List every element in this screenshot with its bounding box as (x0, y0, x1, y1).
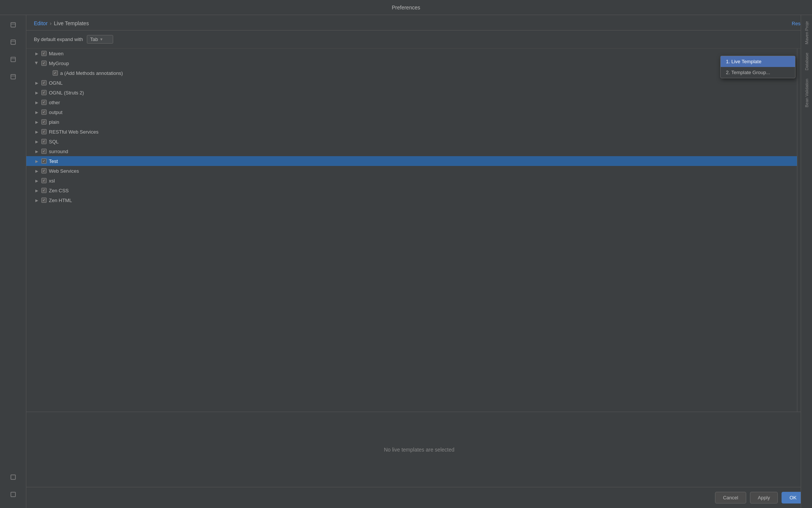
tree-label-restful: RESTful Web Services (49, 129, 98, 135)
svg-rect-6 (11, 75, 15, 79)
tree-item-zencss[interactable]: ▶Zen CSS (26, 186, 797, 195)
preferences-dialog: Editor › Live Templates Reset By default… (26, 15, 812, 508)
tree-arrow-ognl-struts2: ▶ (34, 90, 40, 96)
tree-label-mygroup: MyGroup (49, 61, 69, 66)
sidebar-icon-5[interactable] (7, 471, 19, 483)
title-bar: Preferences (0, 0, 812, 15)
breadcrumb-parent[interactable]: Editor (34, 20, 48, 26)
svg-rect-0 (11, 23, 15, 27)
tree-arrow-mygroup-a (45, 70, 51, 76)
tree-item-mygroup[interactable]: ▶MyGroup (26, 58, 797, 68)
tree-label-test: Test (49, 158, 58, 164)
apply-button[interactable]: Apply (750, 492, 778, 503)
checkbox-xsl[interactable] (41, 178, 47, 183)
edge-label-maven[interactable]: Maven Proje (804, 19, 809, 47)
checkbox-ognl-struts2[interactable] (41, 90, 47, 95)
checkbox-restful[interactable] (41, 129, 47, 134)
tree-item-other[interactable]: ▶other (26, 97, 797, 107)
checkbox-surround[interactable] (41, 149, 47, 154)
breadcrumb-separator: › (50, 20, 52, 26)
tree-item-xsl[interactable]: ▶xsl (26, 176, 797, 186)
tree-arrow-mygroup: ▶ (34, 60, 40, 66)
checkbox-zencss[interactable] (41, 188, 47, 193)
preferences-title: Preferences (392, 5, 420, 11)
svg-rect-4 (11, 57, 15, 62)
tree-arrow-surround: ▶ (34, 148, 40, 154)
checkbox-webservices[interactable] (41, 168, 47, 173)
tree-label-plain: plain (49, 119, 59, 125)
tree-label-zenhtml: Zen HTML (49, 198, 72, 203)
sidebar-icon-3[interactable] (7, 53, 19, 65)
tree-item-sql[interactable]: ▶SQL (26, 137, 797, 146)
tree-arrow-output: ▶ (34, 109, 40, 115)
footer: Cancel Apply OK (26, 487, 812, 508)
tree-arrow-other: ▶ (34, 99, 40, 105)
checkbox-mygroup-a[interactable] (53, 70, 58, 76)
sidebar-icon-1[interactable] (7, 19, 19, 31)
tree-item-mygroup-a[interactable]: a (Add Methods annotations) (26, 68, 797, 78)
dropdown-item-template-group[interactable]: 2. Template Group... (721, 67, 795, 78)
checkbox-plain[interactable] (41, 119, 47, 125)
left-sidebar (0, 15, 26, 508)
checkbox-zenhtml[interactable] (41, 198, 47, 203)
tree-arrow-sql: ▶ (34, 138, 40, 144)
svg-rect-8 (11, 475, 15, 479)
tree-label-output: output (49, 110, 62, 115)
tree-item-ognl[interactable]: ▶OGNL (26, 78, 797, 88)
tree-arrow-maven: ▶ (34, 50, 40, 56)
expand-chevron: ▼ (100, 37, 103, 41)
expand-row: By default expand with Tab ▼ (26, 30, 812, 49)
tree-arrow-webservices: ▶ (34, 168, 40, 174)
tree-label-other: other (49, 100, 60, 105)
checkbox-ognl[interactable] (41, 80, 47, 85)
empty-message: No live templates are selected (384, 447, 454, 453)
sidebar-icon-4[interactable] (7, 71, 19, 83)
right-edge: Maven Proje Database Bean Validation (801, 15, 812, 508)
tree-item-ognl-struts2[interactable]: ▶OGNL (Struts 2) (26, 88, 797, 97)
dropdown-popup: 1. Live Template2. Template Group... (720, 56, 795, 78)
tree-label-mygroup-a: a (Add Methods annotations) (60, 70, 123, 76)
tree-label-zencss: Zen CSS (49, 188, 69, 193)
sidebar-icon-6[interactable] (7, 488, 19, 500)
expand-value: Tab (90, 37, 98, 42)
tree-item-maven[interactable]: ▶Maven (26, 49, 797, 58)
checkbox-mygroup[interactable] (41, 61, 47, 66)
tree-arrow-zencss: ▶ (34, 187, 40, 193)
breadcrumb: Editor › Live Templates (34, 20, 89, 26)
tree-item-zenhtml[interactable]: ▶Zen HTML (26, 195, 797, 205)
tree-arrow-zenhtml: ▶ (34, 197, 40, 203)
edge-label-database[interactable]: Database (804, 50, 809, 73)
tree-arrow-plain: ▶ (34, 119, 40, 125)
tree-panel: ▶Maven▶MyGroupa (Add Methods annotations… (26, 49, 797, 412)
checkbox-sql[interactable] (41, 139, 47, 144)
tree-arrow-ognl: ▶ (34, 80, 40, 86)
dropdown-item-live-template[interactable]: 1. Live Template (721, 56, 795, 67)
expand-select[interactable]: Tab ▼ (87, 35, 113, 44)
tree-item-test[interactable]: ▶Test (26, 156, 797, 166)
tree-item-webservices[interactable]: ▶Web Services (26, 166, 797, 176)
checkbox-maven[interactable] (41, 51, 47, 56)
tree-item-plain[interactable]: ▶plain (26, 117, 797, 127)
tree-label-ognl-struts2: OGNL (Struts 2) (49, 90, 84, 96)
tree-item-output[interactable]: ▶output (26, 107, 797, 117)
cancel-button[interactable]: Cancel (715, 492, 746, 503)
tree-item-surround[interactable]: ▶surround (26, 146, 797, 156)
checkbox-other[interactable] (41, 100, 47, 105)
tree-label-surround: surround (49, 149, 68, 154)
sidebar-icon-2[interactable] (7, 36, 19, 48)
tree-label-webservices: Web Services (49, 168, 79, 174)
edge-label-bean[interactable]: Bean Validation (804, 76, 809, 110)
checkbox-output[interactable] (41, 110, 47, 115)
tree-arrow-restful: ▶ (34, 129, 40, 135)
tree-arrow-xsl: ▶ (34, 178, 40, 184)
svg-rect-9 (11, 492, 15, 497)
tree-item-restful[interactable]: ▶RESTful Web Services (26, 127, 797, 137)
dialog-header: Editor › Live Templates Reset (26, 15, 812, 30)
tree-label-maven: Maven (49, 51, 64, 56)
tree-arrow-test: ▶ (34, 158, 40, 164)
empty-panel: No live templates are selected (26, 412, 812, 487)
tree-label-xsl: xsl (49, 178, 55, 184)
expand-label: By default expand with (34, 37, 83, 42)
breadcrumb-current: Live Templates (54, 20, 89, 26)
checkbox-test[interactable] (41, 158, 47, 164)
